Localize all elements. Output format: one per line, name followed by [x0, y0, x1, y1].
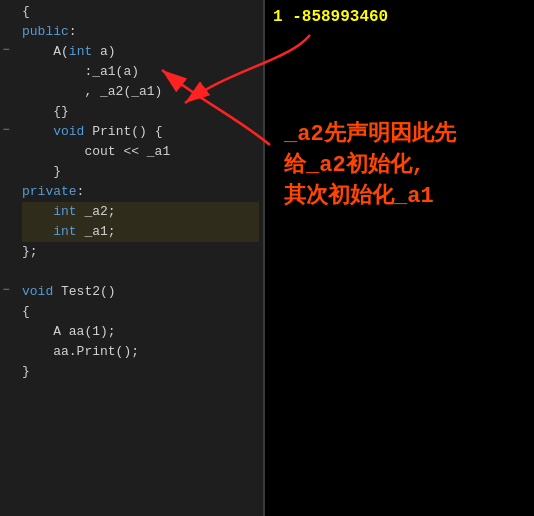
code-line: };: [22, 242, 259, 262]
code-line: private:: [22, 182, 259, 202]
code-line: A(int a): [22, 42, 259, 62]
code-panel: − − − { public:: [0, 0, 265, 516]
code-line: void Test2(): [22, 282, 259, 302]
collapse-marker-2[interactable]: −: [0, 120, 12, 140]
code-line: {}: [22, 102, 259, 122]
annotation-line1: _a2先声明因此先: [284, 122, 456, 147]
annotation-text: _a2先声明因此先 给_a2初始化, 其次初始化_a1: [284, 120, 524, 212]
annotation-line2: 给_a2初始化,: [284, 153, 425, 178]
code-line: [22, 262, 259, 282]
code-line: int _a1;: [22, 222, 259, 242]
code-line: int _a2;: [22, 202, 259, 222]
code-line: {: [22, 302, 259, 322]
code-line: :_a1(a): [22, 62, 259, 82]
code-line: }: [22, 362, 259, 382]
collapse-marker-1[interactable]: −: [0, 40, 12, 60]
code-line: void Print() {: [22, 122, 259, 142]
collapse-marker-3[interactable]: −: [0, 280, 12, 300]
code-line: , _a2(_a1): [22, 82, 259, 102]
code-line: aa.Print();: [22, 342, 259, 362]
code-line: }: [22, 162, 259, 182]
gutter: − − −: [0, 0, 18, 516]
code-line: A aa(1);: [22, 322, 259, 342]
code-content: { public: A(int a) :_a1(a) , _a2(_a1) {}: [18, 0, 263, 384]
code-line: public:: [22, 22, 259, 42]
code-line: cout << _a1: [22, 142, 259, 162]
annotation-line3: 其次初始化_a1: [284, 184, 434, 209]
annotation-panel: 1 -858993460 _a2先声明因此先 给_a2初始化, 其次初始化_a1: [265, 0, 534, 516]
code-line: {: [22, 2, 259, 22]
output-value: 1 -858993460: [273, 8, 388, 26]
